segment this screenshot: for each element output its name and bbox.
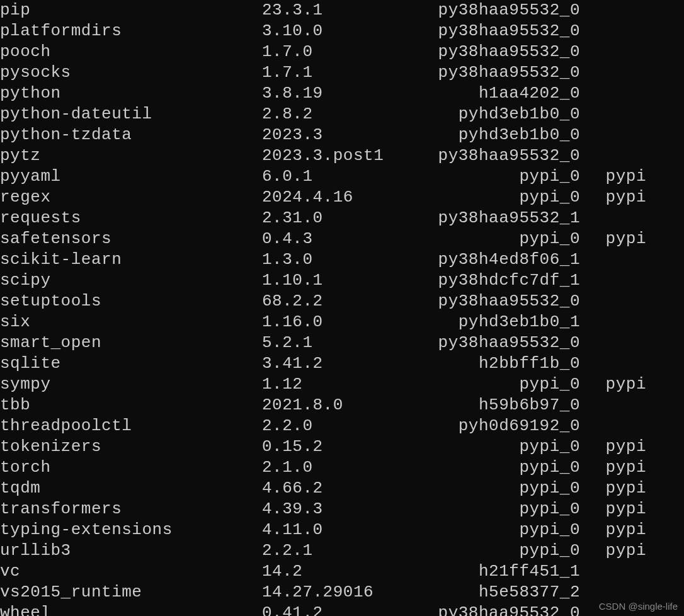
package-row: sympy1.12pypi_0pypi (0, 374, 684, 395)
package-row: vs2015_runtime14.27.29016h5e58377_2 (0, 582, 684, 603)
package-row: python-tzdata2023.3pyhd3eb1b0_0 (0, 125, 684, 145)
package-build: pypi_0 (407, 457, 580, 478)
package-name: pytz (0, 145, 262, 166)
package-version: 2023.3.post1 (262, 145, 407, 166)
package-name: pooch (0, 42, 262, 62)
package-build: py38haa95532_0 (407, 333, 580, 353)
package-name: python (0, 83, 262, 104)
package-build: h21ff451_1 (407, 561, 580, 582)
package-name: typing-extensions (0, 520, 262, 540)
package-build: h2bbff1b_0 (407, 353, 580, 374)
package-channel: pypi (580, 540, 656, 561)
package-version: 1.10.1 (262, 270, 407, 291)
watermark-text: CSDN @single-life (599, 600, 678, 612)
package-version: 2023.3 (262, 125, 407, 145)
package-build: pyhd3eb1b0_0 (407, 125, 580, 145)
package-version: 2.8.2 (262, 104, 407, 125)
package-row: setuptools68.2.2py38haa95532_0 (0, 291, 684, 312)
package-build: h5e58377_2 (407, 582, 580, 603)
package-row: pooch1.7.0py38haa95532_0 (0, 42, 684, 62)
package-version: 1.16.0 (262, 312, 407, 333)
package-version: 6.0.1 (262, 166, 407, 187)
package-build: pypi_0 (407, 374, 580, 395)
package-build: pypi_0 (407, 166, 580, 187)
package-version: 1.7.0 (262, 42, 407, 62)
package-row: vc14.2h21ff451_1 (0, 561, 684, 582)
package-name: tqdm (0, 478, 262, 499)
package-name: vs2015_runtime (0, 582, 262, 603)
package-row: sqlite3.41.2h2bbff1b_0 (0, 353, 684, 374)
package-version: 68.2.2 (262, 291, 407, 312)
package-build: pyhd3eb1b0_1 (407, 312, 580, 333)
package-row: python-dateutil2.8.2pyhd3eb1b0_0 (0, 104, 684, 125)
package-build: h59b6b97_0 (407, 395, 580, 416)
package-build: pyhd3eb1b0_0 (407, 104, 580, 125)
terminal-output: pip23.3.1py38haa95532_0platformdirs3.10.… (0, 0, 684, 616)
package-version: 4.39.3 (262, 499, 407, 520)
package-build: pypi_0 (407, 187, 580, 208)
package-build: pypi_0 (407, 520, 580, 540)
package-name: requests (0, 208, 262, 229)
package-build: h1aa4202_0 (407, 83, 580, 104)
package-name: six (0, 312, 262, 333)
package-row: urllib32.2.1pypi_0pypi (0, 540, 684, 561)
package-version: 1.7.1 (262, 62, 407, 83)
package-row: scipy1.10.1py38hdcfc7df_1 (0, 270, 684, 291)
package-name: smart_open (0, 333, 262, 353)
package-name: scipy (0, 270, 262, 291)
package-name: pysocks (0, 62, 262, 83)
package-name: threadpoolctl (0, 416, 262, 436)
package-name: pyyaml (0, 166, 262, 187)
package-version: 14.27.29016 (262, 582, 407, 603)
package-version: 2.31.0 (262, 208, 407, 229)
package-version: 4.11.0 (262, 520, 407, 540)
package-row: tokenizers0.15.2pypi_0pypi (0, 436, 684, 457)
package-channel: pypi (580, 166, 656, 187)
package-channel: pypi (580, 229, 656, 249)
package-name: python-dateutil (0, 104, 262, 125)
package-build: py38haa95532_0 (407, 0, 580, 21)
package-version: 0.15.2 (262, 436, 407, 457)
package-name: python-tzdata (0, 125, 262, 145)
package-build: pypi_0 (407, 436, 580, 457)
package-version: 14.2 (262, 561, 407, 582)
package-name: platformdirs (0, 21, 262, 42)
package-channel: pypi (580, 436, 656, 457)
package-build: py38haa95532_0 (407, 42, 580, 62)
package-build: py38haa95532_0 (407, 62, 580, 83)
package-channel: pypi (580, 457, 656, 478)
package-version: 2.1.0 (262, 457, 407, 478)
package-version: 5.2.1 (262, 333, 407, 353)
package-version: 1.3.0 (262, 249, 407, 270)
package-row: pysocks1.7.1py38haa95532_0 (0, 62, 684, 83)
package-version: 2.2.1 (262, 540, 407, 561)
package-version: 3.10.0 (262, 21, 407, 42)
package-name: regex (0, 187, 262, 208)
package-name: tokenizers (0, 436, 262, 457)
package-channel: pypi (580, 520, 656, 540)
package-build: py38haa95532_1 (407, 208, 580, 229)
package-row: transformers4.39.3pypi_0pypi (0, 499, 684, 520)
package-row: typing-extensions4.11.0pypi_0pypi (0, 520, 684, 540)
package-version: 3.41.2 (262, 353, 407, 374)
package-name: pip (0, 0, 262, 21)
package-row: regex2024.4.16pypi_0pypi (0, 187, 684, 208)
package-version: 0.41.2 (262, 603, 407, 616)
package-row: torch2.1.0pypi_0pypi (0, 457, 684, 478)
package-name: urllib3 (0, 540, 262, 561)
package-row: threadpoolctl2.2.0pyh0d69192_0 (0, 416, 684, 436)
package-name: vc (0, 561, 262, 582)
package-build: py38haa95532_0 (407, 603, 580, 616)
package-build: pypi_0 (407, 229, 580, 249)
package-row: tbb2021.8.0h59b6b97_0 (0, 395, 684, 416)
package-row: python3.8.19h1aa4202_0 (0, 83, 684, 104)
package-build: pyh0d69192_0 (407, 416, 580, 436)
package-build: py38haa95532_0 (407, 145, 580, 166)
package-row: pyyaml6.0.1pypi_0pypi (0, 166, 684, 187)
package-name: sqlite (0, 353, 262, 374)
package-version: 23.3.1 (262, 0, 407, 21)
package-build: pypi_0 (407, 478, 580, 499)
package-version: 2.2.0 (262, 416, 407, 436)
package-build: py38h4ed8f06_1 (407, 249, 580, 270)
package-row: tqdm4.66.2pypi_0pypi (0, 478, 684, 499)
